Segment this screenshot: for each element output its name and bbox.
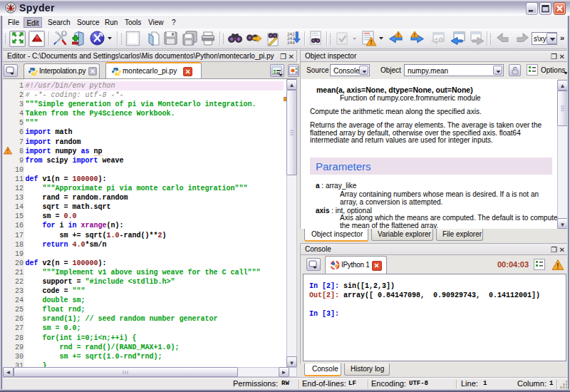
svg-text:244: 244 [287,40,295,45]
